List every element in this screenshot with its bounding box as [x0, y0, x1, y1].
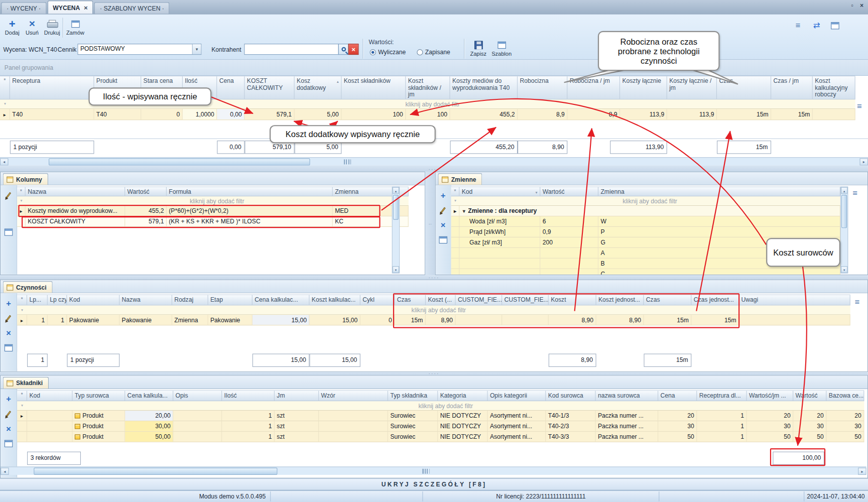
minimize-icon[interactable]: ▫ [851, 2, 853, 9]
cell-wzór[interactable] [319, 421, 388, 431]
column-header-kod[interactable]: Kod▼ [459, 187, 540, 196]
kontrahent-clear-button[interactable]: × [348, 44, 359, 55]
zapisz-button[interactable]: Zapisz [468, 39, 488, 57]
edit-icon[interactable] [4, 313, 14, 323]
grid-customize-icon[interactable]: ≡ [857, 102, 862, 111]
cell-wartość[interactable] [540, 259, 598, 269]
cell-cena[interactable]: 30 [658, 421, 697, 431]
tab-kolumny[interactable]: Kolumny [3, 173, 48, 185]
column-header-lp[interactable]: Lp... [27, 295, 48, 305]
cell-wartość-jm[interactable]: 30 [747, 421, 794, 431]
filter-row[interactable]: ▼kliknij aby dodać filtr [17, 401, 864, 411]
column-header-kategoria[interactable]: Kategoria [438, 391, 487, 401]
grid-customize-icon[interactable]: ≡ [852, 189, 857, 198]
zamow-button[interactable]: Zamów [65, 18, 85, 36]
cell-nazwa[interactable]: KOSZT CAŁKOWITY [26, 216, 125, 226]
cell-wartość[interactable]: 200 [540, 237, 598, 247]
scroll-left-button[interactable]: ◂ [0, 158, 9, 165]
scrollbar-thumb[interactable] [841, 195, 847, 228]
column-header-nazwa[interactable]: Nazwa [119, 295, 172, 305]
cell-wartość[interactable]: 579,1 [125, 216, 167, 226]
table-row[interactable]: Woda [zł/ m3]6W [451, 216, 840, 227]
delete-icon[interactable]: × [4, 328, 14, 338]
column-header-cykl[interactable]: Cykl [360, 295, 395, 305]
cell-jm[interactable]: szt [275, 421, 319, 431]
column-header-custom-fie[interactable]: CUSTOM_FIE... [502, 295, 549, 305]
group-row-cell[interactable]: ▾Zmienne : dla receptury [459, 206, 840, 216]
drukuj-button[interactable]: Drukuj [42, 18, 62, 36]
column-header-rodzaj[interactable]: Rodzaj [172, 295, 208, 305]
column-header-koszt-kalkulacyjny-roboczy[interactable]: Koszt kalkulacyjny roboczy [813, 76, 855, 99]
scroll-right-button[interactable]: ▸ [858, 468, 866, 475]
column-header-czas[interactable]: Czas [395, 295, 426, 305]
cell-zmienna[interactable]: P [598, 227, 840, 237]
table-row[interactable]: ▸Koszty mediów do wyprodukow...455,2(P*6… [17, 206, 409, 216]
cell-kosz-dodatkowy[interactable]: 5,00 [295, 109, 342, 119]
column-header-typ-składnika[interactable]: Typ składnika [388, 391, 438, 401]
cell-wartość[interactable]: 30 [793, 421, 826, 431]
column-header-cena-kalkulac[interactable]: Cena kalkulac... [253, 295, 310, 305]
cell-ilość[interactable]: 1,0000 [183, 109, 217, 119]
radio-wyliczane[interactable]: Wyliczane [370, 49, 406, 55]
cell-nazwa-surowca[interactable]: Paczka numer ... [596, 432, 659, 442]
table-row[interactable]: Produkt50,001sztSurowiecNIE DOTYCZYAsort… [17, 432, 864, 442]
column-chooser-button[interactable]: * [17, 295, 27, 305]
cell-lp-czy[interactable]: 1 [48, 315, 67, 325]
cell-cena-kalkula[interactable]: 50,00 [125, 432, 173, 442]
cell-kod[interactable]: Gaz [zł/ m3] [459, 237, 540, 247]
cell-ilość[interactable]: 1 [222, 432, 275, 442]
column-header-jm[interactable]: Jm [275, 391, 319, 401]
cell-wartość[interactable]: 50 [793, 432, 826, 442]
cell-czas-jm[interactable]: 15m [771, 109, 813, 119]
column-header-ilość[interactable]: Ilość [222, 391, 275, 401]
column-header-receptura[interactable]: Receptura [10, 76, 94, 99]
column-header-cena-kalkula[interactable]: Cena kalkula... [125, 391, 173, 401]
table-row[interactable]: KOSZT CAŁKOWITY579,1(KR + KS + KKR + MED… [17, 216, 409, 227]
table-row[interactable]: Produkt30,001sztSurowiecNIE DOTYCZYAsort… [17, 421, 864, 432]
cell-jm[interactable]: szt [275, 432, 319, 442]
cell-wartość-jm[interactable]: 50 [747, 432, 794, 442]
table-row[interactable]: C [451, 269, 840, 275]
cell-wartość[interactable]: 0,9 [540, 227, 598, 237]
table-row[interactable]: ▸T40T4001,00000,00579,15,00100100455,28,… [0, 109, 855, 120]
cell-czas[interactable]: 15m [644, 315, 691, 325]
cell-kod-surowca[interactable]: T40-2/3 [546, 421, 595, 431]
cell-wzór[interactable] [319, 432, 388, 442]
column-header-czas-jednost[interactable]: Czas jednost... [691, 295, 739, 305]
column-header-koszt-składników[interactable]: Koszt składników [341, 76, 406, 99]
horizontal-splitter[interactable]: ···· [0, 166, 868, 172]
close-tab-icon[interactable]: × [84, 4, 88, 11]
cell-typ-surowca[interactable]: Produkt [72, 421, 125, 431]
column-header-opis[interactable]: Opis [173, 391, 222, 401]
cell-lp[interactable]: 1 [27, 315, 48, 325]
scrollbar-thumb[interactable] [34, 468, 277, 475]
scroll-left-button[interactable]: ◂ [1, 468, 9, 475]
cell-kod[interactable] [27, 432, 72, 442]
column-chooser-button[interactable]: * [451, 187, 460, 196]
scroll-up-button[interactable]: ▴ [393, 187, 399, 194]
skladniki-horizontal-scrollbar[interactable]: ◂ ▸ [1, 466, 866, 475]
column-header-koszt[interactable]: Koszt (... [426, 295, 456, 305]
cell-kod[interactable]: Woda [zł/ m3] [459, 216, 540, 226]
group-by-panel[interactable]: Panel grupowania [0, 60, 868, 76]
cell-koszty-mediów-do-wyprodukowania-t40[interactable]: 455,2 [450, 109, 518, 119]
cell-jm[interactable]: szt [275, 411, 319, 421]
column-header-lp-czy[interactable]: Lp czy... [48, 295, 67, 305]
cell-opis[interactable] [173, 421, 222, 431]
cell-receptrura-dl[interactable]: 1 [697, 411, 747, 421]
column-header-kod[interactable]: Kod [27, 391, 72, 401]
column-header-cena[interactable]: Cena [217, 76, 244, 99]
cell-cena[interactable]: 20 [658, 411, 697, 421]
refresh-icon[interactable]: ⇄ [813, 21, 820, 30]
cell-opis[interactable] [173, 432, 222, 442]
column-header-zmienna[interactable]: Zmienna [598, 187, 840, 196]
filter-row[interactable]: ▼kliknij aby dodać filtr [17, 306, 850, 315]
cell-wartość[interactable] [540, 248, 598, 258]
column-chooser-button[interactable]: * [0, 76, 10, 99]
cell-opis[interactable] [173, 411, 222, 421]
cell-wartość-jm[interactable]: 20 [747, 411, 794, 421]
table-row[interactable]: Prąd [zł/kWh]0,9P [451, 227, 840, 237]
column-header-nazwa[interactable]: Nazwa [26, 187, 125, 196]
cell-czas[interactable]: 15m [395, 315, 426, 325]
cell-kod-surowca[interactable]: T40-3/3 [546, 432, 595, 442]
